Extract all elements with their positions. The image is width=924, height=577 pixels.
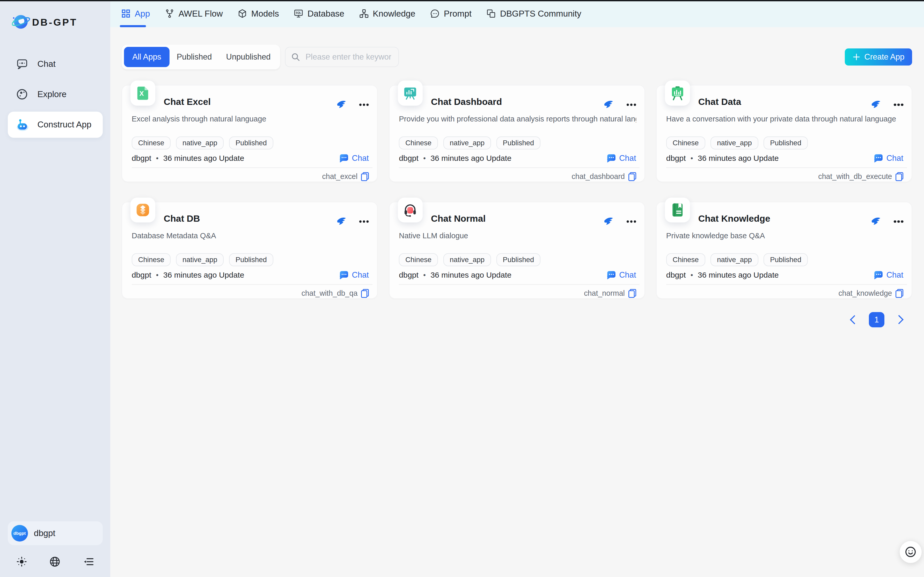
filter-group: All Apps Published Unpublished (122, 45, 280, 69)
chat-link-label: Chat (352, 153, 369, 163)
dingtalk-icon[interactable] (871, 100, 881, 110)
app-card-chat-normal[interactable]: Chat Normal Native LLM dialogue Chinese … (389, 202, 645, 299)
tab-app[interactable]: App (121, 0, 150, 27)
menu-fold-icon[interactable] (83, 556, 95, 568)
card-wrapper: Chat DB Database Metadata Q&A Chinese na… (122, 197, 378, 299)
chat-link-label: Chat (887, 153, 903, 163)
headset-icon (398, 198, 423, 222)
tab-prompt[interactable]: Prompt (430, 0, 472, 27)
sidebar-item-chat[interactable]: Chat (8, 51, 103, 77)
tab-database[interactable]: SQL Database (294, 0, 344, 27)
owner-name: dbgpt (132, 271, 151, 279)
app-card-description: Private knowledge base Q&A (666, 231, 903, 240)
dashboard-board-icon (398, 81, 423, 105)
updated-text: 36 minutes ago Update (431, 271, 511, 279)
sidebar-item-label: Explore (37, 89, 66, 99)
updated-text: 36 minutes ago Update (698, 154, 779, 163)
owner-name: dbgpt (399, 154, 418, 163)
more-menu-icon[interactable] (894, 218, 903, 225)
copy-icon[interactable] (895, 289, 903, 298)
chat-link-label: Chat (352, 270, 369, 280)
meta-bullet: • (423, 154, 426, 163)
chat-link[interactable]: Chat (606, 153, 636, 163)
app-card-tags: Chinese native_app Published (132, 253, 273, 266)
chat-link[interactable]: Chat (873, 270, 903, 280)
tab-awel-flow[interactable]: AWEL Flow (165, 0, 223, 27)
chat-link[interactable]: Chat (339, 153, 369, 163)
community-squares-icon (486, 9, 496, 18)
filter-all-apps[interactable]: All Apps (124, 47, 170, 67)
prev-page-button[interactable] (850, 315, 859, 324)
tab-models[interactable]: Models (238, 0, 279, 27)
app-card-chat-excel[interactable]: X Chat Excel Excel analysis through natu… (122, 85, 378, 182)
app-card-description: Provide you with professional data analy… (399, 114, 636, 123)
chat-link[interactable]: Chat (873, 153, 903, 163)
tab-dbgpts-community[interactable]: DBGPTS Community (486, 0, 581, 27)
user-profile[interactable]: dbgpt dbgpt (8, 521, 103, 545)
tag: Published (763, 137, 808, 150)
more-menu-icon[interactable] (359, 101, 369, 108)
more-menu-icon[interactable] (894, 101, 903, 108)
copy-icon[interactable] (895, 172, 903, 181)
globe-icon[interactable] (49, 556, 61, 568)
svg-text:X: X (140, 90, 144, 97)
chat-link[interactable]: Chat (339, 270, 369, 280)
top-navigation: App AWEL Flow Models (110, 0, 924, 27)
user-avatar: dbgpt (11, 525, 28, 542)
code-text: chat_normal (584, 289, 625, 298)
page-1-button[interactable]: 1 (869, 312, 884, 327)
app-card-title: Chat Knowledge (698, 213, 770, 224)
copy-icon[interactable] (628, 289, 636, 298)
theme-sun-icon[interactable] (16, 556, 27, 567)
owner-name: dbgpt (666, 271, 686, 279)
app-card-chat-db[interactable]: Chat DB Database Metadata Q&A Chinese na… (122, 202, 378, 299)
updated-text: 36 minutes ago Update (431, 154, 511, 163)
card-divider (666, 167, 907, 168)
logo-text: DB-GPT (32, 17, 77, 28)
app-card-chat-dashboard[interactable]: Chat Dashboard Provide you with professi… (389, 85, 645, 182)
tag: native_app (176, 137, 223, 150)
next-page-button[interactable] (894, 315, 903, 324)
svg-text:SQL: SQL (296, 11, 301, 14)
create-app-button[interactable]: Create App (845, 48, 912, 66)
dingtalk-icon[interactable] (336, 100, 346, 110)
owner-name: dbgpt (666, 154, 686, 163)
grid-icon (121, 9, 131, 18)
sidebar-item-construct-app[interactable]: Construct App (8, 111, 103, 138)
sidebar-item-explore[interactable]: Explore (8, 81, 103, 108)
main-content: App AWEL Flow Models (110, 0, 924, 577)
more-menu-icon[interactable] (627, 101, 636, 108)
feedback-button[interactable] (900, 541, 922, 563)
dingtalk-icon[interactable] (603, 216, 614, 227)
filter-published[interactable]: Published (170, 47, 219, 67)
app-card-chat-data[interactable]: Chat Data Have a conversation with your … (656, 85, 912, 182)
copy-icon[interactable] (361, 289, 369, 298)
chat-bubble-blue-icon (873, 153, 883, 163)
card-divider (132, 284, 373, 285)
owner-name: dbgpt (132, 154, 151, 163)
sidebar-item-label: Construct App (37, 120, 92, 129)
pagination: 1 (110, 312, 902, 327)
more-menu-icon[interactable] (359, 218, 369, 225)
card-divider (666, 284, 907, 285)
copy-icon[interactable] (628, 172, 636, 181)
window-top-edge (0, 0, 924, 1)
tag: Chinese (666, 137, 705, 150)
tab-knowledge[interactable]: Knowledge (359, 0, 415, 27)
data-easel-icon (665, 81, 690, 105)
card-actions (871, 100, 903, 110)
dingtalk-icon[interactable] (871, 216, 881, 227)
chat-link[interactable]: Chat (606, 270, 636, 280)
cube-icon (238, 9, 247, 18)
search-input[interactable] (304, 52, 392, 63)
dingtalk-icon[interactable] (336, 216, 346, 227)
app-card-chat-knowledge[interactable]: Chat Knowledge Private knowledge base Q&… (656, 202, 912, 299)
copy-icon[interactable] (361, 172, 369, 181)
search-box (285, 47, 399, 67)
filter-unpublished[interactable]: Unpublished (219, 47, 278, 67)
dingtalk-icon[interactable] (603, 100, 614, 110)
tag: Published (497, 253, 541, 266)
more-menu-icon[interactable] (627, 218, 636, 225)
app-card-meta: dbgpt • 36 minutes ago Update Chat (399, 153, 636, 163)
chat-link-label: Chat (619, 270, 636, 280)
